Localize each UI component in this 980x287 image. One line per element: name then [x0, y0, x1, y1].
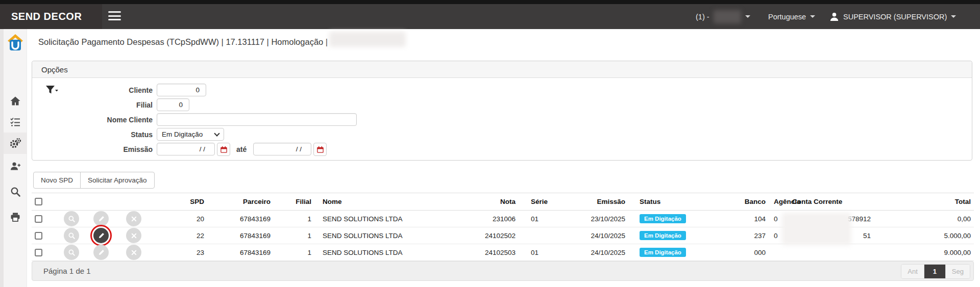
- cell-emissao: 24/10/2025: [564, 244, 625, 260]
- select-all-checkbox[interactable]: [35, 198, 42, 205]
- pager-prev-button[interactable]: Ant: [901, 265, 924, 278]
- row-actions: [93, 244, 109, 260]
- redacted-account-values: [782, 213, 851, 245]
- edit-button[interactable]: [93, 245, 109, 260]
- app-window: SEND DECOR (1) - Portuguese SUPERVISOR (…: [0, 0, 980, 287]
- cell-serie: 01: [531, 211, 554, 227]
- status-badge: Em Digitação: [640, 231, 686, 240]
- row-actions: [126, 227, 141, 244]
- magnifier-icon: [68, 249, 76, 256]
- row-actions: [126, 211, 141, 227]
- emissao-until-label: até: [236, 145, 247, 153]
- options-panel: Opções Cliente Filial Nome Cliente Statu…: [32, 61, 972, 161]
- language-dropdown[interactable]: Portuguese: [768, 4, 815, 29]
- cell-filial: 1: [276, 227, 311, 244]
- cell-nota: 24102503: [459, 244, 516, 260]
- x-icon: [131, 249, 137, 256]
- col-header-status[interactable]: Status: [640, 193, 706, 210]
- row-actions: [64, 244, 79, 260]
- view-button[interactable]: [64, 211, 79, 226]
- novo-spd-button[interactable]: Novo SPD: [33, 172, 81, 189]
- row-checkbox[interactable]: [35, 249, 42, 256]
- sidebar-item-tasks[interactable]: [4, 111, 27, 133]
- options-panel-header: Opções: [32, 61, 972, 78]
- task-list-icon: [10, 116, 21, 127]
- col-header-nota[interactable]: Nota: [459, 193, 516, 210]
- cancel-button[interactable]: [126, 245, 141, 260]
- edit-button[interactable]: [93, 211, 109, 226]
- magnifier-icon: [68, 232, 76, 240]
- pencil-icon: [97, 215, 105, 223]
- app-logo-icon[interactable]: [7, 33, 24, 52]
- emissao-to-calendar-button[interactable]: [313, 143, 327, 156]
- sidebar-item-add-user[interactable]: [4, 155, 27, 177]
- solicitar-aprovacao-button[interactable]: Solicitar Aprovação: [80, 172, 155, 189]
- cell-spd: 23: [153, 244, 204, 260]
- chevron-down-icon: [745, 15, 750, 18]
- row-checkbox[interactable]: [35, 232, 42, 240]
- cell-status: Em Digitação: [640, 211, 706, 227]
- cell-spd: 20: [153, 211, 204, 227]
- x-icon: [131, 216, 137, 222]
- menu-hamburger-icon[interactable]: [108, 11, 121, 22]
- home-icon: [10, 95, 21, 107]
- row-select-cell: [35, 244, 50, 260]
- status-badge: Em Digitação: [640, 248, 686, 257]
- environment-dropdown[interactable]: (1) -: [696, 4, 750, 29]
- table-header-row: SPD Parceiro Filial Nome Nota Série Emis…: [32, 193, 974, 211]
- pager-page-1-button[interactable]: 1: [924, 265, 946, 278]
- cell-banco: 237: [730, 227, 766, 244]
- page-indicator: Página 1 de 1: [43, 267, 91, 275]
- sidebar: [0, 29, 27, 287]
- cell-parceiro: 67843169: [219, 227, 271, 244]
- edit-button[interactable]: [93, 228, 109, 243]
- user-menu[interactable]: SUPERVISOR (SUPERVISOR): [829, 4, 956, 29]
- cell-nota: 24102502: [459, 227, 516, 244]
- sidebar-item-home[interactable]: [4, 90, 27, 112]
- cell-parceiro: 67843169: [219, 211, 271, 227]
- sidebar-item-print[interactable]: [4, 206, 27, 228]
- search-icon: [10, 186, 21, 197]
- user-icon: [829, 12, 839, 21]
- col-header-filial[interactable]: Filial: [276, 193, 311, 210]
- language-label: Portuguese: [768, 13, 806, 21]
- breadcrumb: Solicitação Pagamento Despesas (TCpSpdWW…: [38, 37, 328, 47]
- redacted-environment-name: [714, 10, 741, 23]
- calendar-icon: [220, 146, 228, 153]
- filial-input[interactable]: [157, 98, 189, 111]
- redacted-breadcrumb-text: [329, 32, 406, 47]
- emissao-from-calendar-button[interactable]: [217, 143, 230, 156]
- user-label: SUPERVISOR (SUPERVISOR): [843, 13, 947, 21]
- sidebar-item-search[interactable]: [4, 181, 27, 202]
- emissao-from-input[interactable]: [157, 143, 215, 155]
- pager-next-button[interactable]: Seg: [946, 265, 970, 278]
- filial-label: Filial: [52, 101, 153, 109]
- table-footer: Página 1 de 1 Ant 1 Seg: [32, 261, 974, 281]
- view-button[interactable]: [64, 228, 79, 243]
- row-checkbox[interactable]: [35, 215, 42, 223]
- cliente-input[interactable]: [157, 84, 206, 96]
- col-header-conta-corrente[interactable]: Conta Corrente: [792, 193, 874, 210]
- cancel-button[interactable]: [126, 228, 141, 243]
- nome-cliente-input[interactable]: [157, 113, 357, 126]
- col-header-parceiro[interactable]: Parceiro: [219, 193, 271, 210]
- row-select-cell: [35, 211, 50, 227]
- col-header-emissao[interactable]: Emissão: [564, 193, 625, 210]
- view-button[interactable]: [64, 245, 79, 260]
- col-header-banco[interactable]: Banco: [730, 193, 766, 210]
- cell-serie: [531, 227, 554, 244]
- emissao-to-input[interactable]: [253, 143, 311, 155]
- cell-status: Em Digitação: [640, 244, 706, 260]
- row-actions: [126, 244, 141, 260]
- pencil-icon: [97, 232, 105, 240]
- status-select[interactable]: Em Digitação: [157, 128, 224, 141]
- cancel-button[interactable]: [126, 211, 141, 226]
- col-header-serie[interactable]: Série: [531, 193, 554, 210]
- col-header-spd[interactable]: SPD: [153, 193, 204, 210]
- sidebar-item-settings[interactable]: [4, 133, 27, 154]
- cell-nota: 231006: [459, 211, 516, 227]
- brand-box: SEND DECOR: [0, 4, 102, 29]
- col-header-total[interactable]: Total: [893, 193, 971, 210]
- select-all-cell: [35, 193, 50, 210]
- window-top-strip: [0, 0, 980, 4]
